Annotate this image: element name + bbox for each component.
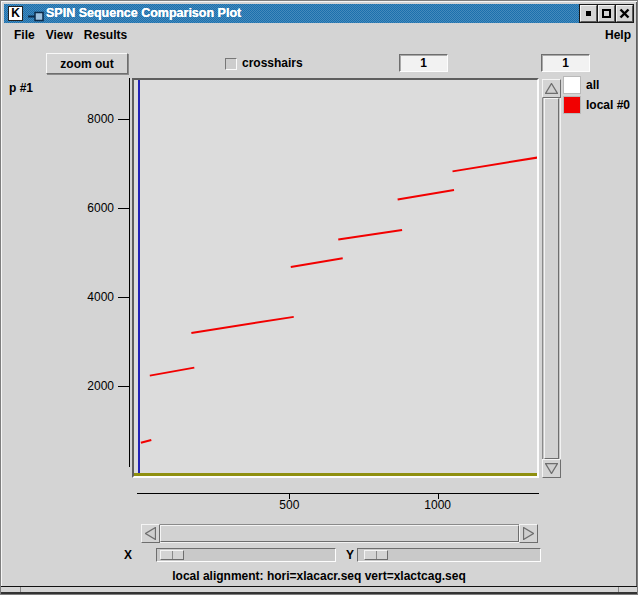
y-axis-line [129, 78, 130, 467]
alignment-segment-0-4 [338, 230, 402, 239]
legend-swatch-1 [564, 97, 580, 113]
right-arrow-icon [523, 527, 534, 540]
scroll-down-button[interactable] [542, 459, 561, 478]
y-tick-label-4000: 4000 [59, 290, 114, 304]
status-message: local alignment: hori=xlacacr.seq vert=x… [1, 569, 637, 583]
x-slider-label: X [124, 548, 132, 562]
scroll-right-button[interactable] [519, 524, 538, 543]
y-tick-6000 [118, 208, 129, 209]
y-tick-label-2000: 2000 [59, 379, 114, 393]
app-icon-k[interactable]: K [8, 6, 23, 21]
close-button[interactable] [616, 5, 633, 22]
menu-results[interactable]: Results [84, 24, 127, 46]
plot-number-label: p #1 [9, 81, 33, 95]
scale-field-1[interactable]: 1 [399, 54, 448, 72]
menubar: FileViewResults Help [4, 24, 634, 46]
x-tick-label-500: 500 [269, 498, 309, 512]
titlebar[interactable]: K SPIN Sequence Comparison Plot [4, 4, 634, 23]
down-arrow-icon [545, 463, 558, 474]
scroll-up-button[interactable] [542, 79, 561, 98]
y-tick-label-8000: 8000 [59, 112, 114, 126]
legend-label-0: all [586, 78, 599, 92]
alignment-segment-0-0 [141, 440, 151, 443]
menu-view[interactable]: View [46, 24, 73, 46]
legend-swatch-0 [564, 77, 580, 93]
plot-canvas[interactable] [132, 78, 539, 478]
window-bottom-border[interactable] [1, 586, 637, 594]
legend: alllocal #0 [564, 77, 630, 117]
menubar-left: FileViewResults [14, 24, 127, 46]
legend-item-0[interactable]: all [564, 77, 630, 93]
resize-corner-divider-right [618, 587, 619, 592]
app-window: K SPIN Sequence Comparison Plot FileView… [0, 0, 638, 595]
maximize-button[interactable] [598, 5, 615, 22]
alignment-segment-0-1 [150, 368, 195, 376]
menu-help[interactable]: Help [605, 24, 631, 46]
window-title: SPIN Sequence Comparison Plot [46, 4, 241, 23]
horizontal-scrollbar-thumb[interactable] [160, 525, 519, 542]
x-tick-label-1000: 1000 [418, 498, 458, 512]
y-tick-8000 [118, 119, 129, 120]
minimize-icon [586, 11, 591, 16]
window-controls [580, 5, 633, 22]
menu-file[interactable]: File [14, 24, 35, 46]
x-slider-thumb[interactable] [160, 550, 184, 560]
scroll-left-button[interactable] [141, 524, 160, 543]
horizontal-scrollbar[interactable] [141, 524, 538, 543]
alignment-segment-0-2 [191, 317, 293, 333]
legend-label-1: local #0 [586, 98, 630, 112]
resize-corner-divider-left [20, 587, 21, 592]
y-slider-label: Y [346, 548, 354, 562]
left-arrow-icon [145, 527, 156, 540]
crosshairs-checkbox[interactable] [225, 58, 237, 70]
y-zoom-slider[interactable] [357, 548, 541, 562]
vertical-scrollbar[interactable] [542, 79, 561, 478]
y-tick-2000 [118, 386, 129, 387]
vertical-scrollbar-thumb[interactable] [544, 98, 559, 459]
alignment-segment-0-3 [291, 258, 343, 267]
alignment-segment-0-5 [398, 190, 454, 199]
maximize-icon [602, 9, 611, 18]
alignment-segments-layer [134, 80, 537, 476]
y-slider-thumb[interactable] [364, 550, 388, 560]
up-arrow-icon [545, 83, 558, 94]
minimize-button[interactable] [580, 5, 597, 22]
x-axis-line [137, 493, 539, 494]
crosshairs-label: crosshairs [242, 53, 303, 74]
y-tick-4000 [118, 297, 129, 298]
alignment-segment-0-6 [453, 157, 537, 171]
y-tick-label-6000: 6000 [59, 201, 114, 215]
zoom-out-button[interactable]: zoom out [46, 53, 128, 74]
scale-field-2[interactable]: 1 [541, 54, 590, 72]
legend-item-1[interactable]: local #0 [564, 97, 630, 113]
close-icon [619, 8, 630, 19]
x-zoom-slider[interactable] [156, 548, 336, 562]
